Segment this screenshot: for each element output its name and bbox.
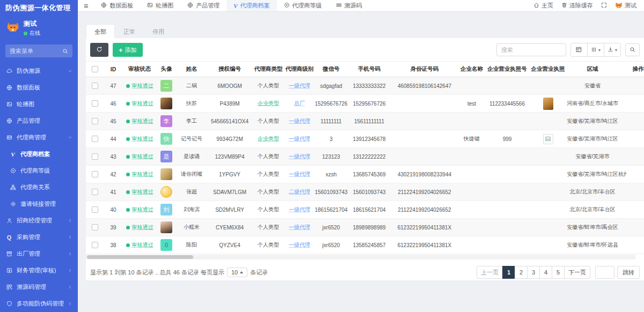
add-button[interactable]: + 添加 <box>113 43 143 57</box>
nav-tab[interactable]: 代理商等级 <box>277 0 329 11</box>
cell-license-image <box>529 219 567 236</box>
page-jump-button[interactable]: 跳转 <box>617 266 640 279</box>
agent-level-link[interactable]: 一级代理 <box>289 206 310 212</box>
sidebar-item-label: 溯源码管理 <box>17 283 64 291</box>
status-link[interactable]: 审核通过 <box>132 153 153 159</box>
table-search-input[interactable] <box>496 43 566 56</box>
row-checkbox[interactable] <box>92 100 98 107</box>
status-link[interactable]: 审核通过 <box>132 171 153 177</box>
row-checkbox[interactable] <box>92 224 98 231</box>
sidebar-item[interactable]: 代理商关系 <box>0 179 78 196</box>
row-checkbox[interactable] <box>92 206 98 213</box>
page-button[interactable]: 4 <box>539 266 552 279</box>
row-select <box>86 183 104 201</box>
sidebar-item[interactable]: 轮播图 <box>0 96 78 113</box>
sidebar-item[interactable]: 防伪溯源 <box>0 63 78 79</box>
sidebar-item[interactable]: Q 采购管理 <box>0 229 78 246</box>
page-jump-input[interactable] <box>595 266 614 279</box>
sidebar-search[interactable] <box>5 44 72 57</box>
status-link[interactable]: 审核通过 <box>132 206 153 212</box>
sidebar-item[interactable]: 邀请链接管理 <box>0 196 78 212</box>
agent-level-link[interactable]: 一级代理 <box>289 153 310 159</box>
horizontal-scrollbar[interactable] <box>87 255 193 259</box>
sidebar-item[interactable]: V 代理商档案 <box>0 146 78 162</box>
search-icon <box>630 46 635 54</box>
page-button[interactable]: 1 <box>502 266 515 279</box>
export-button[interactable]: ▾ <box>604 43 620 56</box>
menu-toggle-icon[interactable]: ≡ <box>78 0 94 11</box>
agent-level-link[interactable]: 一级代理 <box>289 118 310 124</box>
columns-button[interactable]: ▾ <box>587 43 604 56</box>
topbar-action-trash[interactable]: 清除缓存 <box>561 2 593 10</box>
agent-type-link[interactable]: 企业类型 <box>258 100 279 106</box>
status-link[interactable]: 审核通过 <box>132 83 153 88</box>
row-checkbox[interactable] <box>92 136 98 142</box>
agent-type-link[interactable]: 企业类型 <box>258 136 279 142</box>
cell-address <box>618 77 626 95</box>
row-select <box>86 148 104 166</box>
agent-level-link[interactable]: 二级代理 <box>289 189 310 195</box>
agent-level-link[interactable]: 一级代理 <box>289 242 310 248</box>
column-header: 代理商类型 <box>252 62 284 77</box>
status-link[interactable]: 审核通过 <box>132 242 153 248</box>
sidebar-item[interactable]: 溯源码管理 <box>0 279 78 295</box>
sidebar-item[interactable]: 数据面板 <box>0 79 78 96</box>
agent-level-link[interactable]: 一级代理 <box>289 171 310 177</box>
nav-tab[interactable]: 产品管理 <box>180 0 226 11</box>
app-title: 防伪溯源一体化管理 <box>0 0 78 15</box>
filter-tab[interactable]: 停用 <box>144 24 173 40</box>
sidebar-item[interactable]: 出厂管理 <box>0 246 78 262</box>
topbar-action-home[interactable]: 主页 <box>533 2 553 10</box>
agent-level-link[interactable]: 总厂 <box>294 100 305 106</box>
status-link[interactable]: 审核通过 <box>132 100 153 106</box>
agent-level-link[interactable]: 一级代理 <box>289 224 310 230</box>
row-checkbox[interactable] <box>92 242 98 248</box>
prev-page-button[interactable]: 上一页 <box>477 266 503 279</box>
status-link[interactable]: 审核通过 <box>132 136 153 142</box>
sidebar-item[interactable]: 产品管理 <box>0 113 78 129</box>
status-link[interactable]: 审核通过 <box>132 118 153 124</box>
page-button[interactable]: 2 <box>515 266 528 279</box>
page-button[interactable]: 3 <box>527 266 540 279</box>
row-checkbox[interactable] <box>92 171 98 177</box>
next-page-button[interactable]: 下一页 <box>564 266 590 279</box>
cell-avatar <box>157 219 176 236</box>
sidebar-search-input[interactable] <box>10 48 62 54</box>
toggle-view-button[interactable] <box>571 43 587 56</box>
topbar-action-user[interactable]: 测试 <box>615 2 636 10</box>
cell-id: 41 <box>104 183 122 201</box>
license-image[interactable] <box>543 98 553 110</box>
sidebar-item[interactable]: 招商经理管理 <box>0 212 78 229</box>
nav-tab[interactable]: V代理商档案 <box>226 0 276 11</box>
page-button[interactable]: 5 <box>552 266 565 279</box>
per-page-select[interactable]: 10 <box>227 268 247 277</box>
row-checkbox[interactable] <box>92 83 98 89</box>
nav-tab-label: 代理商档案 <box>240 2 270 10</box>
nav-tab[interactable]: 轮播图 <box>140 0 180 11</box>
sidebar-item[interactable]: 多功能防伪码管理 <box>0 295 78 312</box>
nav-tab[interactable]: 数据面板 <box>94 0 140 11</box>
filter-tab[interactable]: 正常 <box>115 24 144 40</box>
caret-down-icon: ▾ <box>615 48 617 53</box>
row-checkbox[interactable] <box>92 118 98 124</box>
row-checkbox[interactable] <box>92 153 98 160</box>
status-link[interactable]: 审核通过 <box>132 189 153 195</box>
refresh-button[interactable] <box>90 43 108 57</box>
nav-tab[interactable]: 溯源码 <box>329 0 369 11</box>
cell-region: 河南省/商丘市/永城市 <box>567 95 618 113</box>
filter-tab[interactable]: 全部 <box>86 24 115 40</box>
fullscreen-button[interactable] <box>601 2 607 9</box>
sidebar-item[interactable]: 代理商管理 <box>0 129 78 146</box>
pagination-list: 上一页12345下一页 <box>477 266 590 279</box>
sidebar-item[interactable]: 财务管理(审核) <box>0 262 78 279</box>
agent-level-link[interactable]: 一级代理 <box>289 136 310 142</box>
select-all-checkbox[interactable] <box>92 66 98 72</box>
row-checkbox[interactable] <box>92 189 98 195</box>
export-icon <box>608 46 613 54</box>
search-submit-button[interactable] <box>625 43 640 56</box>
agent-level-link[interactable]: 一级代理 <box>289 83 310 88</box>
sidebar-item[interactable]: 代理商等级 <box>0 162 78 179</box>
cell-license-no <box>485 77 529 95</box>
search-icon[interactable] <box>62 48 68 54</box>
status-link[interactable]: 审核通过 <box>132 224 153 230</box>
